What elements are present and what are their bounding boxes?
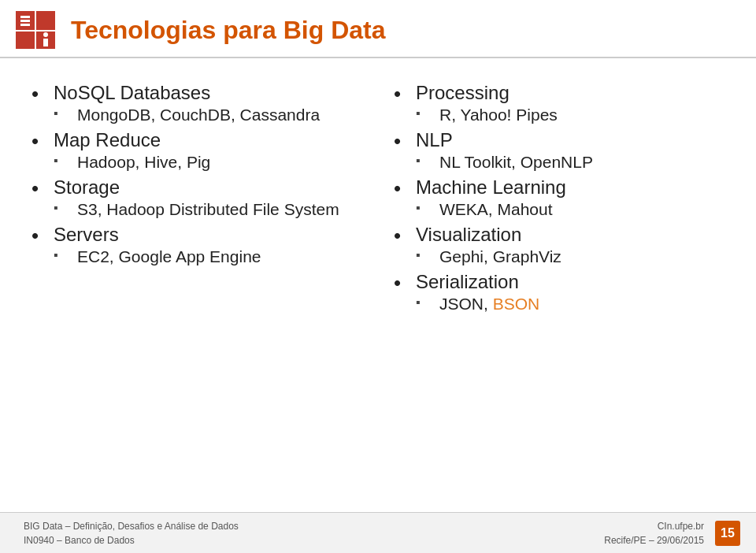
list-item: Processing R, Yahoo! Pipes: [394, 82, 724, 124]
left-column: NoSQL Databases MongoDB, CouchDB, Cassan…: [32, 82, 378, 318]
footer-line1: BIG Data – Definição, Desafios e Análise…: [24, 519, 239, 533]
svg-rect-8: [43, 39, 48, 46]
list-item: WEKA, Mahout: [416, 200, 724, 219]
list-item: Storage S3, Hadoop Distributed File Syst…: [32, 176, 362, 219]
svg-rect-2: [16, 32, 35, 49]
logo: [16, 11, 57, 49]
list-item: S3, Hadoop Distributed File System: [54, 200, 362, 219]
list-item: Map Reduce Hadoop, Hive, Pig: [32, 129, 362, 172]
list-item: Machine Learning WEKA, Mahout: [394, 176, 724, 219]
list-item: NoSQL Databases MongoDB, CouchDB, Cassan…: [32, 82, 362, 124]
svg-rect-5: [20, 20, 30, 22]
page-number: 15: [715, 521, 740, 546]
bson-label: BSON: [493, 295, 540, 313]
footer-left: BIG Data – Definição, Desafios e Análise…: [24, 519, 239, 547]
list-item: EC2, Google App Engine: [54, 247, 362, 266]
footer-right-text: CIn.ufpe.br Recife/PE – 29/06/2015: [604, 519, 704, 547]
right-column: Processing R, Yahoo! Pipes NLP NL Toolki…: [378, 82, 724, 318]
main-content: NoSQL Databases MongoDB, CouchDB, Cassan…: [0, 58, 756, 334]
svg-rect-1: [36, 11, 55, 30]
footer-website: CIn.ufpe.br: [604, 519, 704, 533]
list-item: NL Toolkit, OpenNLP: [416, 153, 724, 172]
svg-rect-6: [20, 24, 30, 26]
footer-line2: IN0940 – Banco de Dados: [24, 533, 239, 547]
list-item: Visualization Gephi, GraphViz: [394, 224, 724, 266]
list-item: JSON, BSON: [416, 295, 724, 314]
list-item: R, Yahoo! Pipes: [416, 106, 724, 124]
right-list: Processing R, Yahoo! Pipes NLP NL Toolki…: [394, 82, 724, 314]
footer-right: CIn.ufpe.br Recife/PE – 29/06/2015 15: [604, 519, 740, 547]
list-item: Gephi, GraphViz: [416, 247, 724, 266]
slide-footer: BIG Data – Definição, Desafios e Análise…: [0, 512, 756, 553]
serialization-value: JSON, BSON: [439, 295, 539, 313]
page-title: Tecnologias para Big Data: [71, 16, 386, 45]
left-list: NoSQL Databases MongoDB, CouchDB, Cassan…: [32, 82, 362, 266]
list-item: Hadoop, Hive, Pig: [54, 153, 362, 172]
svg-point-7: [43, 32, 48, 37]
svg-rect-4: [20, 16, 30, 18]
footer-date: Recife/PE – 29/06/2015: [604, 533, 704, 547]
list-item: Servers EC2, Google App Engine: [32, 224, 362, 266]
list-item: Serialization JSON, BSON: [394, 271, 724, 314]
list-item: NLP NL Toolkit, OpenNLP: [394, 129, 724, 172]
list-item: MongoDB, CouchDB, Cassandra: [54, 106, 362, 124]
slide-header: Tecnologias para Big Data: [0, 0, 756, 58]
